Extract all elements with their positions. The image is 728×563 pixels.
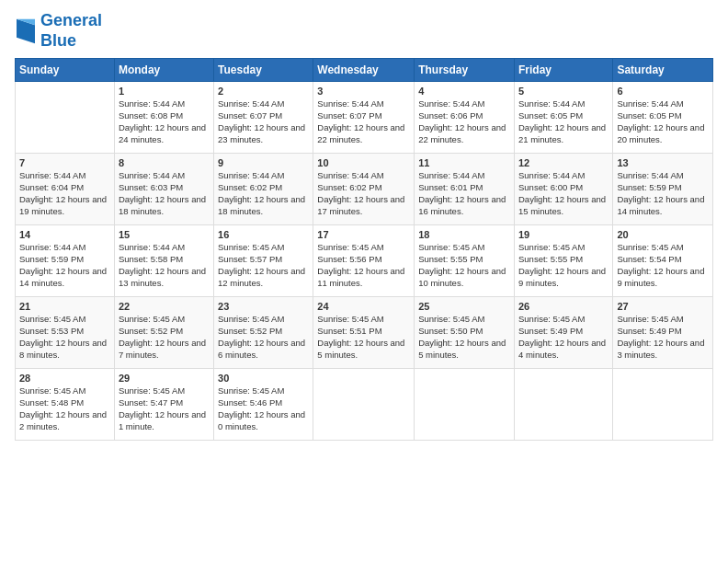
day-cell: 30Sunrise: 5:45 AM Sunset: 5:46 PM Dayli… [214,369,313,441]
logo-text-blue: Blue [40,31,102,52]
day-number: 28 [19,373,110,384]
day-info: Sunrise: 5:44 AM Sunset: 5:58 PM Dayligh… [119,242,210,289]
day-number: 16 [218,229,309,240]
day-info: Sunrise: 5:44 AM Sunset: 6:03 PM Dayligh… [119,170,210,217]
day-info: Sunrise: 5:44 AM Sunset: 6:00 PM Dayligh… [518,170,609,217]
day-info: Sunrise: 5:44 AM Sunset: 6:07 PM Dayligh… [317,98,410,145]
day-info: Sunrise: 5:45 AM Sunset: 5:51 PM Dayligh… [317,314,410,361]
day-number: 21 [19,301,110,312]
day-number: 13 [617,157,709,168]
day-cell [313,369,415,441]
day-number: 6 [617,86,709,97]
day-number: 18 [418,229,510,240]
day-info: Sunrise: 5:44 AM Sunset: 6:08 PM Dayligh… [119,98,210,145]
day-cell: 25Sunrise: 5:45 AM Sunset: 5:50 PM Dayli… [415,297,515,369]
day-number: 15 [119,229,210,240]
day-info: Sunrise: 5:44 AM Sunset: 5:59 PM Dayligh… [617,170,709,217]
day-info: Sunrise: 5:44 AM Sunset: 6:05 PM Dayligh… [518,98,609,145]
day-cell: 17Sunrise: 5:45 AM Sunset: 5:56 PM Dayli… [313,225,415,297]
day-info: Sunrise: 5:44 AM Sunset: 6:02 PM Dayligh… [317,170,410,217]
day-info: Sunrise: 5:44 AM Sunset: 6:06 PM Dayligh… [418,98,510,145]
day-cell: 2Sunrise: 5:44 AM Sunset: 6:07 PM Daylig… [214,82,313,154]
day-info: Sunrise: 5:44 AM Sunset: 5:59 PM Dayligh… [19,242,110,289]
day-number: 30 [218,373,309,384]
day-cell: 7Sunrise: 5:44 AM Sunset: 6:04 PM Daylig… [16,154,115,225]
logo-icon [17,18,35,44]
day-number: 8 [119,157,210,168]
day-info: Sunrise: 5:45 AM Sunset: 5:52 PM Dayligh… [119,314,210,361]
day-number: 5 [518,86,609,97]
day-number: 17 [317,229,410,240]
day-number: 29 [119,373,210,384]
day-number: 20 [617,229,709,240]
day-info: Sunrise: 5:44 AM Sunset: 6:02 PM Dayligh… [218,170,309,217]
day-number: 9 [218,157,309,168]
day-number: 4 [418,86,510,97]
day-info: Sunrise: 5:45 AM Sunset: 5:48 PM Dayligh… [19,385,110,432]
day-number: 19 [518,229,609,240]
day-cell: 23Sunrise: 5:45 AM Sunset: 5:52 PM Dayli… [214,297,313,369]
day-cell: 24Sunrise: 5:45 AM Sunset: 5:51 PM Dayli… [313,297,415,369]
day-cell: 19Sunrise: 5:45 AM Sunset: 5:55 PM Dayli… [514,225,612,297]
day-cell: 1Sunrise: 5:44 AM Sunset: 6:08 PM Daylig… [114,82,213,154]
logo-text-general: General [40,11,102,31]
day-number: 11 [418,157,510,168]
header-friday: Friday [514,59,612,82]
day-info: Sunrise: 5:45 AM Sunset: 5:56 PM Dayligh… [317,242,410,289]
page: General Blue SundayMondayTuesdayWednesda… [0,0,728,563]
day-cell [16,82,115,154]
header-sunday: Sunday [16,59,115,82]
day-cell: 16Sunrise: 5:45 AM Sunset: 5:57 PM Dayli… [214,225,313,297]
day-info: Sunrise: 5:45 AM Sunset: 5:53 PM Dayligh… [19,314,110,361]
day-cell: 18Sunrise: 5:45 AM Sunset: 5:55 PM Dayli… [415,225,515,297]
day-cell: 5Sunrise: 5:44 AM Sunset: 6:05 PM Daylig… [514,82,612,154]
header-thursday: Thursday [415,59,515,82]
day-number: 22 [119,301,210,312]
logo: General Blue [15,11,102,51]
day-cell: 15Sunrise: 5:44 AM Sunset: 5:58 PM Dayli… [114,225,213,297]
day-cell: 20Sunrise: 5:45 AM Sunset: 5:54 PM Dayli… [613,225,713,297]
header-saturday: Saturday [613,59,713,82]
day-info: Sunrise: 5:45 AM Sunset: 5:49 PM Dayligh… [617,314,709,361]
week-row-1: 1Sunrise: 5:44 AM Sunset: 6:08 PM Daylig… [16,82,713,154]
header-row: SundayMondayTuesdayWednesdayThursdayFrid… [16,59,713,82]
day-number: 2 [218,86,309,97]
day-cell: 10Sunrise: 5:44 AM Sunset: 6:02 PM Dayli… [313,154,415,225]
header-tuesday: Tuesday [214,59,313,82]
day-info: Sunrise: 5:44 AM Sunset: 6:07 PM Dayligh… [218,98,309,145]
week-row-4: 21Sunrise: 5:45 AM Sunset: 5:53 PM Dayli… [16,297,713,369]
day-cell: 14Sunrise: 5:44 AM Sunset: 5:59 PM Dayli… [16,225,115,297]
day-cell [613,369,713,441]
day-cell: 4Sunrise: 5:44 AM Sunset: 6:06 PM Daylig… [415,82,515,154]
week-row-2: 7Sunrise: 5:44 AM Sunset: 6:04 PM Daylig… [16,154,713,225]
day-info: Sunrise: 5:45 AM Sunset: 5:46 PM Dayligh… [218,385,309,432]
day-info: Sunrise: 5:45 AM Sunset: 5:55 PM Dayligh… [418,242,510,289]
header-wednesday: Wednesday [313,59,415,82]
day-number: 12 [518,157,609,168]
day-number: 26 [518,301,609,312]
day-number: 25 [418,301,510,312]
day-cell [415,369,515,441]
day-info: Sunrise: 5:45 AM Sunset: 5:54 PM Dayligh… [617,242,709,289]
day-info: Sunrise: 5:45 AM Sunset: 5:52 PM Dayligh… [218,314,309,361]
day-cell: 8Sunrise: 5:44 AM Sunset: 6:03 PM Daylig… [114,154,213,225]
day-cell: 26Sunrise: 5:45 AM Sunset: 5:49 PM Dayli… [514,297,612,369]
day-info: Sunrise: 5:45 AM Sunset: 5:55 PM Dayligh… [518,242,609,289]
day-cell: 9Sunrise: 5:44 AM Sunset: 6:02 PM Daylig… [214,154,313,225]
day-number: 23 [218,301,309,312]
day-info: Sunrise: 5:44 AM Sunset: 6:01 PM Dayligh… [418,170,510,217]
day-cell: 28Sunrise: 5:45 AM Sunset: 5:48 PM Dayli… [16,369,115,441]
day-number: 3 [317,86,410,97]
day-cell: 21Sunrise: 5:45 AM Sunset: 5:53 PM Dayli… [16,297,115,369]
day-number: 24 [317,301,410,312]
day-number: 10 [317,157,410,168]
day-cell: 3Sunrise: 5:44 AM Sunset: 6:07 PM Daylig… [313,82,415,154]
calendar-table: SundayMondayTuesdayWednesdayThursdayFrid… [15,58,713,441]
day-cell: 22Sunrise: 5:45 AM Sunset: 5:52 PM Dayli… [114,297,213,369]
day-cell: 13Sunrise: 5:44 AM Sunset: 5:59 PM Dayli… [613,154,713,225]
day-number: 14 [19,229,110,240]
header: General Blue [15,11,713,51]
day-number: 7 [19,157,110,168]
day-info: Sunrise: 5:45 AM Sunset: 5:50 PM Dayligh… [418,314,510,361]
day-number: 1 [119,86,210,97]
